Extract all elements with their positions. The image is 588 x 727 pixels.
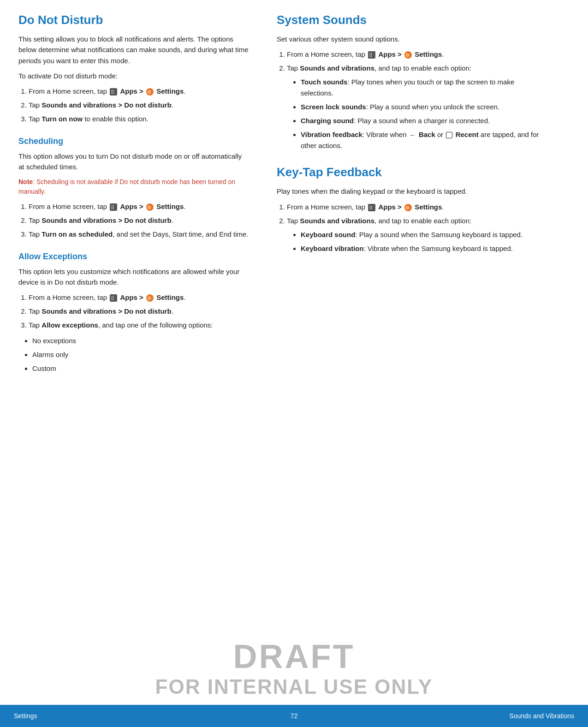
settings-icon-s1 <box>146 203 154 211</box>
do-not-disturb-desc: This setting allows you to block all not… <box>18 34 249 66</box>
sched-step-2: Tap Sounds and vibrations > Do not distu… <box>29 215 249 226</box>
settings-icon-1a <box>146 88 154 95</box>
footer-bar: Settings 72 Sounds and Vibrations <box>0 705 588 727</box>
apps-icon-ss1 <box>368 51 375 59</box>
do-not-disturb-activate: To activate Do not disturb mode: <box>18 71 249 81</box>
step-2a: Tap Sounds and vibrations > Do not distu… <box>29 100 249 111</box>
system-sounds-bullets: Touch sounds: Play tones when you touch … <box>301 77 544 151</box>
left-column: Do Not Disturb This setting allows you t… <box>18 13 249 672</box>
apps-icon-s1 <box>110 203 117 211</box>
scheduling-note: Note: Scheduling is not available if Do … <box>18 177 249 197</box>
scheduling-title: Scheduling <box>18 137 249 146</box>
apps-icon-ae1 <box>110 294 117 302</box>
system-sounds-title: System Sounds <box>277 13 544 27</box>
keytap-steps: From a Home screen, tap Apps > Settings.… <box>287 202 544 254</box>
ae-step-3: Tap Allow exceptions, and tap one of the… <box>29 320 249 331</box>
kt-bullet-sound: Keyboard sound: Play a sound when the Sa… <box>301 229 544 240</box>
system-sounds-desc: Set various other system sound options. <box>277 34 544 44</box>
apps-icon-kt1 <box>368 204 375 211</box>
ae-bullet-3: Custom <box>32 363 249 374</box>
sched-step-3: Tap Turn on as scheduled, and set the Da… <box>29 229 249 240</box>
draft-line2: FOR INTERNAL USE ONLY <box>155 675 433 699</box>
ss-step-1: From a Home screen, tap Apps > Settings. <box>287 49 544 60</box>
apps-icon-1a <box>110 88 117 95</box>
do-not-disturb-title: Do Not Disturb <box>18 13 249 27</box>
ae-step-2: Tap Sounds and vibrations > Do not distu… <box>29 306 249 317</box>
content-area: Do Not Disturb This setting allows you t… <box>0 0 588 727</box>
recent-icon <box>446 132 452 138</box>
allow-exceptions-desc: This option lets you customize which not… <box>18 266 249 288</box>
scheduling-steps: From a Home screen, tap Apps > Settings.… <box>29 201 249 240</box>
do-not-disturb-steps: From a Home screen, tap Apps > Settings.… <box>29 86 249 125</box>
ae-bullet-2: Alarms only <box>32 349 249 360</box>
kt-step-1: From a Home screen, tap Apps > Settings. <box>287 202 544 213</box>
allow-exceptions-bullets: No exceptions Alarms only Custom <box>32 335 249 374</box>
ae-step-1: From a Home screen, tap Apps > Settings. <box>29 292 249 303</box>
footer-left: Settings <box>14 712 37 720</box>
page-container: Do Not Disturb This setting allows you t… <box>0 0 588 727</box>
keytap-title: Key-Tap Feedback <box>277 165 544 179</box>
draft-line1: DRAFT <box>155 638 433 675</box>
ss-bullet-vibration: Vibration feedback: Vibrate when ← Back … <box>301 129 544 151</box>
settings-icon-ss1 <box>404 51 412 59</box>
footer-right: Sounds and Vibrations <box>509 712 574 720</box>
ss-bullet-screen-lock: Screen lock sounds: Play a sound when yo… <box>301 101 544 113</box>
keytap-bullets: Keyboard sound: Play a sound when the Sa… <box>301 229 544 254</box>
step-3a: Tap Turn on now to enable this option. <box>29 113 249 125</box>
ss-bullet-touch: Touch sounds: Play tones when you touch … <box>301 77 544 99</box>
note-label: Note <box>18 178 33 185</box>
settings-icon-ae1 <box>146 294 154 302</box>
draft-watermark: DRAFT FOR INTERNAL USE ONLY <box>155 638 433 699</box>
kt-bullet-vibration: Keyboard vibration: Vibrate when the Sam… <box>301 243 544 254</box>
step-1a: From a Home screen, tap Apps > Settings. <box>29 86 249 97</box>
system-sounds-steps: From a Home screen, tap Apps > Settings.… <box>287 49 544 151</box>
allow-exceptions-title: Allow Exceptions <box>18 252 249 262</box>
back-icon: ← <box>410 130 416 140</box>
sched-step-1: From a Home screen, tap Apps > Settings. <box>29 201 249 212</box>
keytap-desc: Play tones when the dialing keypad or th… <box>277 186 544 197</box>
ae-bullet-1: No exceptions <box>32 335 249 346</box>
allow-exceptions-steps: From a Home screen, tap Apps > Settings.… <box>29 292 249 331</box>
settings-icon-kt1 <box>404 204 412 211</box>
ss-bullet-charging: Charging sound: Play a sound when a char… <box>301 115 544 126</box>
right-column: System Sounds Set various other system s… <box>277 13 544 672</box>
ss-step-2: Tap Sounds and vibrations, and tap to en… <box>287 63 544 151</box>
footer-center: 72 <box>291 712 298 720</box>
scheduling-desc: This option allows you to turn Do not di… <box>18 151 249 173</box>
kt-step-2: Tap Sounds and vibrations, and tap to en… <box>287 215 544 254</box>
